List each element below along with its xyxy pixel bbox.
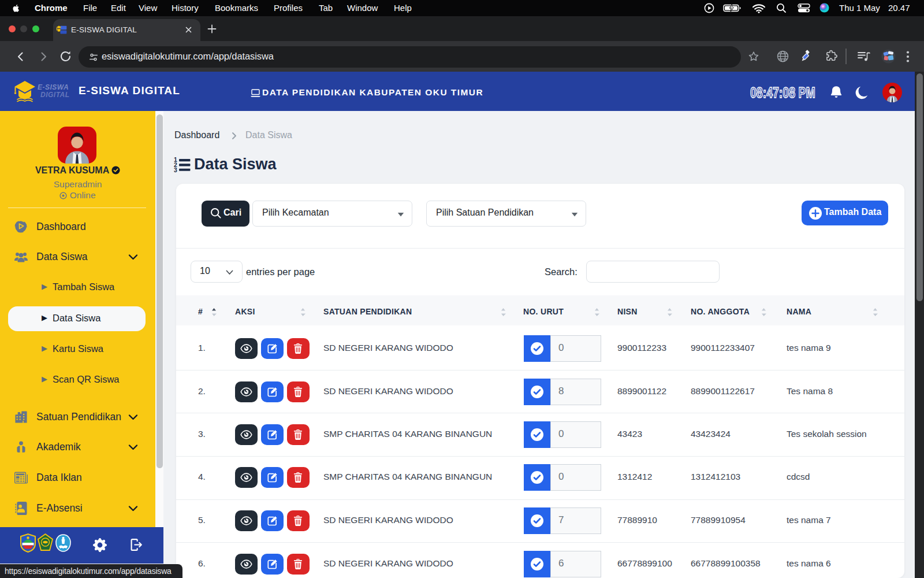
- svg-text:3: 3: [174, 167, 177, 173]
